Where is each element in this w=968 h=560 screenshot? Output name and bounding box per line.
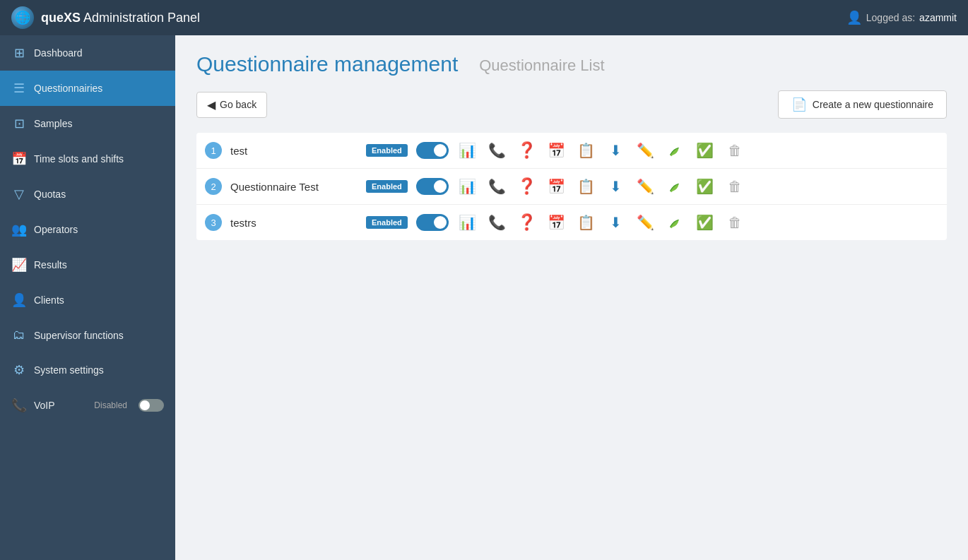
delete-icon[interactable]: 🗑 [724,176,745,197]
status-badge: Enabled [366,216,408,229]
help-icon[interactable]: ❓ [517,140,538,161]
sidebar-item-label: VoIP [34,400,87,411]
download-icon[interactable]: ⬇ [606,176,627,197]
status-badge: Enabled [366,180,408,193]
page-header: Questionnaire management Questionnaire L… [196,52,947,76]
enable-toggle[interactable] [416,214,449,231]
page-title: Questionnaire management [196,52,458,76]
sidebar-item-system[interactable]: ⚙ System settings [0,352,175,388]
phone-dial-icon[interactable]: 📞 [487,176,508,197]
sidebar-item-timeslots[interactable]: 📅 Time slots and shifts [0,141,175,177]
table-row: 3 testrs Enabled 📊 📞 ❓ 📅 📋 ⬇ ✏️ ✅ [196,205,947,240]
section-label: Questionnaire List [479,56,604,75]
notes-icon[interactable]: 📋 [576,176,597,197]
phone-dial-icon[interactable]: 📞 [487,212,508,233]
row-number: 3 [205,214,222,231]
sidebar-item-questionnaires[interactable]: ☰ Questionnairies [0,71,175,106]
sidebar-item-supervisor[interactable]: 🗂 Supervisor functions [0,318,175,352]
create-questionnaire-button[interactable]: 📄 Create a new questionnaire [778,90,947,119]
go-back-button[interactable]: ◀ Go back [196,92,267,118]
sidebar-item-label: Dashboard [34,47,164,59]
delete-icon[interactable]: 🗑 [724,140,745,161]
questionnaire-name: testrs [230,217,358,229]
schedule-icon[interactable]: 📅 [546,176,567,197]
voip-toggle[interactable] [138,399,164,412]
sidebar-item-label: Time slots and shifts [34,153,164,165]
sidebar-item-label: Questionnairies [34,83,164,94]
app-logo: 🌐 [11,6,34,29]
main-content: Questionnaire management Questionnaire L… [175,35,968,560]
row-number: 2 [205,178,222,195]
chart-icon: 📈 [11,257,27,273]
questionnaire-table: 1 test Enabled 📊 📞 ❓ 📅 📋 ⬇ ✏️ ✅ � [196,133,947,240]
supervisor-icon: 🗂 [11,328,27,342]
clients-icon: 👤 [11,292,27,308]
app-title: queXS Administration Panel [41,11,200,25]
people-icon: 👥 [11,222,27,237]
questionnaire-name: Questionnaire Test [230,181,358,193]
help-icon[interactable]: ❓ [517,212,538,233]
sidebar-item-label: Quotas [34,189,164,200]
list-icon: ☰ [11,81,27,96]
document-icon: 📄 [791,97,807,112]
leaf-icon[interactable] [665,176,686,197]
sidebar: ⊞ Dashboard ☰ Questionnairies ⊡ Samples … [0,35,175,560]
download-icon[interactable]: ⬇ [606,140,627,161]
dashboard-icon: ⊞ [11,45,27,61]
edit-icon[interactable]: ✏️ [635,212,656,233]
checkbox-icon[interactable]: ✅ [695,140,716,161]
sidebar-item-dashboard[interactable]: ⊞ Dashboard [0,35,175,71]
table-row: 1 test Enabled 📊 📞 ❓ 📅 📋 ⬇ ✏️ ✅ � [196,133,947,169]
delete-icon[interactable]: 🗑 [724,212,745,233]
gear-icon: ⚙ [11,362,27,378]
sidebar-item-label: Results [34,259,164,270]
schedule-icon[interactable]: 📅 [546,212,567,233]
funnel-icon: ▽ [11,186,27,202]
phone-dial-icon[interactable]: 📞 [487,140,508,161]
calendar-icon: 📅 [11,151,27,167]
stats-icon[interactable]: 📊 [457,176,478,197]
sidebar-item-clients[interactable]: 👤 Clients [0,282,175,318]
checkbox-icon[interactable]: ✅ [695,176,716,197]
sidebar-item-samples[interactable]: ⊡ Samples [0,106,175,141]
sidebar-item-quotas[interactable]: ▽ Quotas [0,177,175,212]
sidebar-item-results[interactable]: 📈 Results [0,247,175,282]
sidebar-item-label: System settings [34,364,164,376]
stats-icon[interactable]: 📊 [457,140,478,161]
sidebar-item-label: Clients [34,294,164,306]
phone-icon: 📞 [11,398,27,413]
stats-icon[interactable]: 📊 [457,212,478,233]
sidebar-item-operators[interactable]: 👥 Operators [0,212,175,247]
leaf-icon[interactable] [665,140,686,161]
enable-toggle[interactable] [416,178,449,195]
download-icon[interactable]: ⬇ [606,212,627,233]
user-icon: 👤 [846,10,862,25]
grid-icon: ⊡ [11,116,27,131]
sidebar-item-label: Supervisor functions [34,330,164,341]
user-info: 👤 Logged as: azammit [846,10,957,25]
schedule-icon[interactable]: 📅 [546,140,567,161]
notes-icon[interactable]: 📋 [576,140,597,161]
main-layout: ⊞ Dashboard ☰ Questionnairies ⊡ Samples … [0,35,968,560]
row-number: 1 [205,142,222,159]
checkbox-icon[interactable]: ✅ [695,212,716,233]
status-badge: Enabled [366,144,408,157]
table-row: 2 Questionnaire Test Enabled 📊 📞 ❓ 📅 📋 ⬇… [196,169,947,205]
notes-icon[interactable]: 📋 [576,212,597,233]
back-arrow-icon: ◀ [207,98,216,112]
voip-status-label: Disabled [94,400,127,410]
help-icon[interactable]: ❓ [517,176,538,197]
edit-icon[interactable]: ✏️ [635,176,656,197]
leaf-icon[interactable] [665,212,686,233]
toolbar: ◀ Go back 📄 Create a new questionnaire [196,90,947,119]
app-header: 🌐 queXS Administration Panel 👤 Logged as… [0,0,968,35]
sidebar-item-label: Operators [34,224,164,235]
sidebar-item-voip[interactable]: 📞 VoIP Disabled [0,388,175,423]
enable-toggle[interactable] [416,142,449,159]
questionnaire-name: test [230,145,358,157]
sidebar-item-label: Samples [34,118,164,129]
edit-icon[interactable]: ✏️ [635,140,656,161]
